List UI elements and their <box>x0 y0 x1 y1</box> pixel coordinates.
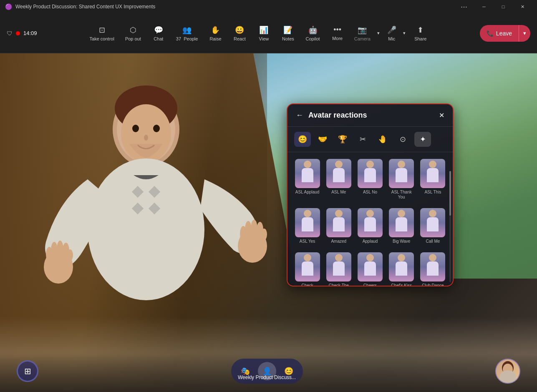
mic-group: 🎤 Mic ▾ <box>383 21 408 46</box>
svg-point-6 <box>144 135 148 141</box>
view-icon: 📊 <box>259 25 268 35</box>
panel-back-button[interactable]: ← <box>296 111 303 120</box>
grid-button[interactable]: ⊞ <box>17 360 38 382</box>
svg-point-16 <box>57 241 63 257</box>
avatar-figure <box>25 54 267 367</box>
share-icon: ⬆ <box>417 25 424 35</box>
notes-button[interactable]: 📝 Notes <box>276 22 300 45</box>
maximize-button[interactable]: □ <box>494 0 513 13</box>
reaction-label-asl-no: ASL No <box>363 190 377 195</box>
panel-header: ← Avatar reactions ✕ <box>287 104 453 127</box>
chat-button[interactable]: 💬 Chat <box>147 22 170 45</box>
svg-point-18 <box>67 249 73 261</box>
reaction-label-asl-this: ASL This <box>424 190 441 195</box>
react-button[interactable]: 😀 React <box>228 22 251 45</box>
people-icon: 👥 <box>182 25 192 35</box>
reaction-figure-asl-no <box>358 159 383 188</box>
close-button[interactable]: ✕ <box>513 0 532 13</box>
share-label: Share <box>414 36 426 41</box>
raise-button[interactable]: ✋ Raise <box>204 22 227 45</box>
avatar-container <box>25 54 267 367</box>
raise-icon: ✋ <box>211 25 220 35</box>
view-button[interactable]: 📊 View <box>252 22 275 45</box>
panel-scrollbar[interactable] <box>449 171 451 282</box>
react-icon: 😀 <box>235 25 244 35</box>
reaction-figure-asl-me <box>326 159 351 188</box>
svg-point-22 <box>251 220 257 236</box>
svg-point-5 <box>153 125 160 132</box>
category-tab-custom[interactable]: ✦ <box>414 132 431 147</box>
reaction-item-asl-this[interactable]: ASL This <box>418 156 448 203</box>
reaction-item-asl-applaud[interactable]: ASL Applaud <box>292 156 322 203</box>
mic-chevron-button[interactable]: ▾ <box>401 21 408 46</box>
category-tab-trophy[interactable]: 🏆 <box>334 132 351 147</box>
leave-dropdown-button[interactable]: ▾ <box>519 25 530 42</box>
svg-point-4 <box>132 125 139 132</box>
panel-close-button[interactable]: ✕ <box>439 111 444 119</box>
panel-title: Avatar reactions <box>308 111 434 120</box>
reaction-item-call-me[interactable]: Call Me <box>418 205 448 247</box>
camera-group: 📷 Camera ▾ <box>350 21 382 46</box>
camera-icon: 📷 <box>358 25 367 35</box>
pop-out-button[interactable]: ⬡ Pop out <box>120 22 146 45</box>
reaction-item-asl-me[interactable]: ASL Me <box>324 156 353 203</box>
category-tab-gesture[interactable]: 🤝 <box>314 132 331 147</box>
window-controls: ─ □ ✕ <box>474 0 532 13</box>
reaction-label-call-me: Call Me <box>426 239 440 244</box>
more-button[interactable]: ••• More <box>326 22 349 44</box>
copilot-icon: 🤖 <box>308 25 318 35</box>
reaction-item-check[interactable]: Check <box>292 249 322 286</box>
meeting-label: Weekly Product Discuss... <box>238 374 296 380</box>
reaction-item-chefs-kiss[interactable]: Chef's Kiss <box>387 249 416 286</box>
camera-chevron-button[interactable]: ▾ <box>375 21 382 46</box>
pop-out-icon: ⬡ <box>130 25 136 35</box>
titlebar-more-icon[interactable]: ⋯ <box>461 3 468 11</box>
reaction-item-amazed[interactable]: Amazed <box>324 205 353 247</box>
mic-button[interactable]: 🎤 Mic <box>383 22 401 45</box>
reaction-item-club-dance[interactable]: Club Dance <box>418 249 448 286</box>
reaction-label-asl-thank-you: ASL Thank You <box>388 190 415 200</box>
take-control-button[interactable]: ⊡ Take control <box>85 22 119 45</box>
category-tab-smiley[interactable]: 😊 <box>294 132 311 147</box>
view-label: View <box>259 36 269 41</box>
leave-button[interactable]: 📞 Leave <box>480 25 519 42</box>
category-tab-dots[interactable]: ⊙ <box>394 132 411 147</box>
share-button[interactable]: ⬆ Share <box>409 22 432 45</box>
chevron-down-icon: ▾ <box>377 30 380 36</box>
react-label: React <box>234 36 246 41</box>
toolbar-center: ⊡ Take control ⬡ Pop out 💬 Chat 👥 37 Peo… <box>39 21 478 46</box>
reaction-item-check-horizon[interactable]: Check The Horizon <box>324 249 353 286</box>
reaction-item-big-wave[interactable]: Big Wave <box>387 205 416 247</box>
reaction-label-check-horizon: Check The Horizon <box>325 283 352 286</box>
copilot-button[interactable]: 🤖 Copilot <box>300 22 325 45</box>
reaction-figure-asl-applaud <box>295 159 320 188</box>
take-control-label: Take control <box>90 36 114 41</box>
take-control-icon: ⊡ <box>99 25 105 35</box>
reaction-item-applaud[interactable]: Applaud <box>355 205 385 247</box>
reaction-item-cheers-salute[interactable]: Cheers Salute <box>355 249 385 286</box>
avatar-mini[interactable] <box>495 359 520 384</box>
reaction-figure-amazed <box>326 208 351 237</box>
reaction-figure-chefs-kiss <box>389 252 414 281</box>
reaction-item-asl-no[interactable]: ASL No <box>355 156 385 203</box>
pop-out-label: Pop out <box>125 36 141 41</box>
notes-icon: 📝 <box>283 25 292 35</box>
category-tab-scissors[interactable]: ✂ <box>354 132 371 147</box>
teams-icon: 🟣 <box>5 3 12 10</box>
reaction-item-asl-yes[interactable]: ASL Yes <box>292 205 322 247</box>
leave-label: Leave <box>496 30 512 37</box>
chevron-down-icon-mic: ▾ <box>403 30 406 36</box>
mic-off-icon: 🎤 <box>387 25 396 35</box>
camera-button[interactable]: 📷 Camera <box>350 22 375 45</box>
reaction-label-chefs-kiss: Chef's Kiss <box>391 283 412 286</box>
category-tab-hand[interactable]: 🤚 <box>374 132 391 147</box>
reaction-label-cheers-salute: Cheers Salute <box>357 283 383 286</box>
reaction-label-amazed: Amazed <box>331 239 346 244</box>
shield-icon: 🛡 <box>7 30 13 37</box>
people-button[interactable]: 👥 37 People <box>171 22 203 45</box>
toolbar-right: 📞 Leave ▾ <box>480 25 530 42</box>
minimize-button[interactable]: ─ <box>474 0 494 13</box>
reaction-item-asl-thank-you[interactable]: ASL Thank You <box>387 156 416 203</box>
notes-label: Notes <box>282 36 294 41</box>
grid-icon: ⊞ <box>24 366 31 376</box>
